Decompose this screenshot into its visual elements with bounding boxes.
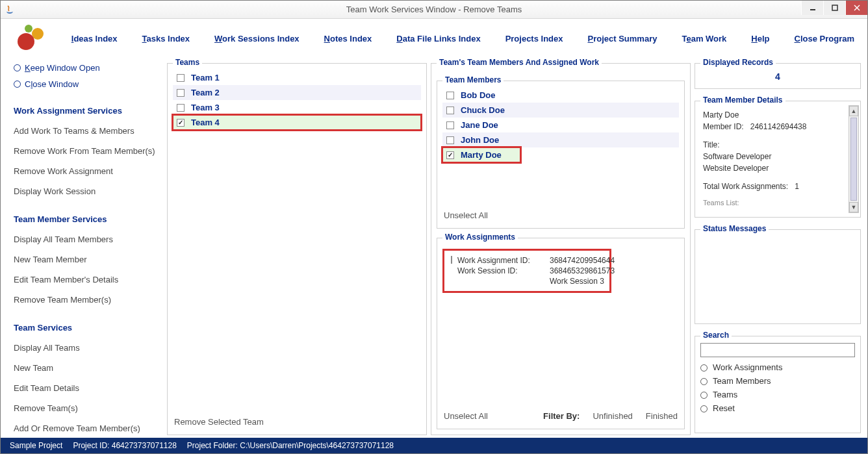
nav-remove-teams[interactable]: Remove Team(s)	[14, 401, 160, 416]
nav-new-team-member[interactable]: New Team Member	[14, 252, 160, 267]
member-row-3[interactable]: Jane Doe	[442, 118, 679, 132]
search-input[interactable]	[700, 343, 855, 357]
search-opt-teams[interactable]: Teams	[700, 390, 855, 399]
ws-id-label: Work Session ID:	[457, 266, 542, 275]
member-row-2[interactable]: Chuck Doe	[442, 103, 679, 118]
details-teams-list-label: Teams List:	[703, 197, 852, 208]
titlebar: Team Work Services Window - Remove Teams	[1, 1, 867, 19]
scroll-thumb[interactable]	[850, 118, 857, 201]
nav-remove-team-members[interactable]: Remove Team Member(s)	[14, 292, 160, 307]
left-sidebar: Keep Window Open Close Window Work Assig…	[7, 58, 163, 435]
checkbox-icon[interactable]	[177, 104, 185, 112]
checkbox-icon[interactable]	[177, 89, 185, 97]
ws-id-value: 368465329861573	[550, 266, 615, 275]
maximize-button[interactable]	[823, 1, 845, 15]
checkbox-icon[interactable]	[446, 107, 454, 114]
checkbox-icon[interactable]	[446, 136, 454, 144]
work-assignment-checkbox[interactable]	[451, 256, 452, 264]
nav-edit-team-details[interactable]: Edit Team Details	[14, 381, 160, 396]
menu-data-file-links[interactable]: Data File Links Index	[396, 34, 480, 44]
menu-help[interactable]: Help	[751, 34, 769, 44]
team-row-3[interactable]: Team 3	[173, 100, 421, 115]
search-opt-team-members[interactable]: Team Members	[700, 376, 855, 386]
search-opt-work-assignments[interactable]: Work Assignments	[700, 362, 855, 372]
nav-add-remove-members[interactable]: Add Or Remove Team Member(s)	[14, 421, 160, 436]
heading-team-services: Team Services	[14, 323, 160, 333]
checkbox-icon[interactable]: ✓	[446, 151, 454, 159]
nav-add-work[interactable]: Add Work To Teams & Members	[14, 123, 160, 138]
remove-selected-team-link[interactable]: Remove Selected Team	[173, 414, 421, 429]
displayed-records-legend: Displayed Records	[700, 58, 776, 67]
displayed-records-value: 4	[700, 70, 855, 82]
menu-tasks-index[interactable]: Tasks Index	[142, 34, 190, 44]
filter-finished[interactable]: Finished	[646, 411, 678, 421]
svg-point-6	[18, 33, 34, 50]
svg-point-5	[32, 28, 44, 40]
menu-notes-index[interactable]: Notes Index	[324, 34, 372, 44]
member-row-1[interactable]: Bob Doe	[442, 88, 679, 103]
teams-panel: Teams Team 1Team 2Team 3✓Team 4 Remove S…	[167, 63, 427, 435]
window-title: Team Work Services Window - Remove Teams	[1, 5, 867, 14]
svg-point-4	[25, 25, 32, 32]
member-row-label: Bob Doe	[461, 90, 495, 100]
menu-ideas-index[interactable]: Ideas Index	[71, 34, 118, 44]
nav-display-all-teams[interactable]: Display All Teams	[14, 340, 160, 355]
statusbar: Sample Project Project ID: 4642737370711…	[1, 438, 867, 453]
nav-edit-member-details[interactable]: Edit Team Member's Details	[14, 272, 160, 287]
status-projectid: 464273737071128	[112, 441, 177, 450]
status-projectid-label: Project ID:	[73, 441, 109, 450]
team-row-2[interactable]: Team 2	[173, 85, 421, 100]
checkbox-icon[interactable]: ✓	[177, 119, 185, 127]
details-title-1: Software Developer	[703, 151, 852, 162]
work-assignments-panel: Work Assignments Work Assignment ID:3684…	[437, 238, 685, 429]
filter-unfinished[interactable]: Unfinished	[593, 411, 632, 421]
team-row-1[interactable]: Team 1	[173, 70, 421, 85]
nav-display-all-members[interactable]: Display All Team Members	[14, 232, 160, 247]
nav-remove-work-assign[interactable]: Remove Work Assignment	[14, 164, 160, 179]
wa-id-value: 368474209954644	[550, 256, 615, 265]
svg-rect-1	[832, 5, 837, 10]
member-row-4[interactable]: John Doe	[442, 132, 679, 147]
scroll-up-icon[interactable]: ▲	[849, 106, 858, 116]
status-project-name: Sample Project	[10, 441, 62, 450]
team-members-legend: Team Members	[442, 75, 504, 84]
checkbox-icon[interactable]	[177, 74, 185, 82]
nav-display-work-session[interactable]: Display Work Session	[14, 184, 160, 199]
radio-keep-window-open[interactable]: Keep Window Open	[14, 63, 160, 73]
close-button[interactable]	[845, 1, 867, 15]
member-row-label: Chuck Doe	[461, 105, 505, 115]
checkbox-icon[interactable]	[446, 92, 454, 99]
work-unselect-all[interactable]: Unselect All	[444, 411, 488, 421]
details-memberid-label: Member ID:	[703, 122, 744, 131]
details-legend: Team Member Details	[700, 95, 785, 105]
member-row-5[interactable]: ✓Marty Doe	[442, 147, 520, 162]
details-memberid: 2461142694438	[750, 122, 807, 131]
team-member-details-panel: Team Member Details Marty Doe Member ID:…	[695, 101, 861, 218]
scroll-down-icon[interactable]: ▼	[849, 202, 858, 212]
nav-new-team[interactable]: New Team	[14, 360, 160, 375]
details-title-2: Website Developer	[703, 162, 852, 174]
wa-id-label: Work Assignment ID:	[457, 256, 542, 265]
search-opt-reset[interactable]: Reset	[700, 403, 855, 413]
nav-remove-work-member[interactable]: Remove Work From Team Member(s)	[14, 144, 160, 158]
checkbox-icon[interactable]	[446, 121, 454, 129]
minimize-button[interactable]	[801, 1, 823, 15]
member-row-label: Jane Doe	[461, 120, 498, 130]
team-row-label: Team 1	[191, 73, 220, 82]
menu-team-work[interactable]: Team Work	[682, 34, 726, 44]
radio-close-window[interactable]: Close Window	[14, 79, 160, 89]
members-unselect-all[interactable]: Unselect All	[442, 208, 679, 223]
menu-close-program[interactable]: Close Program	[795, 34, 854, 44]
details-scrollbar[interactable]: ▲ ▼	[849, 105, 859, 213]
heading-team-member-services: Team Member Services	[14, 214, 160, 224]
team-row-4[interactable]: ✓Team 4	[173, 115, 421, 130]
status-messages-legend: Status Messages	[700, 224, 769, 233]
work-assignment-item[interactable]: Work Assignment ID:368474209954644 Work …	[442, 249, 611, 293]
menu-projects-index[interactable]: Projects Index	[505, 34, 563, 44]
members-work-panel: Team's Team Members And Assigned Work Te…	[431, 63, 691, 435]
menu-work-sessions[interactable]: Work Sessions Index	[214, 34, 300, 44]
menu-project-summary[interactable]: Project Summary	[588, 34, 657, 44]
ws-name: Work Session 3	[550, 277, 604, 286]
search-legend: Search	[700, 331, 732, 340]
java-icon	[5, 5, 15, 15]
